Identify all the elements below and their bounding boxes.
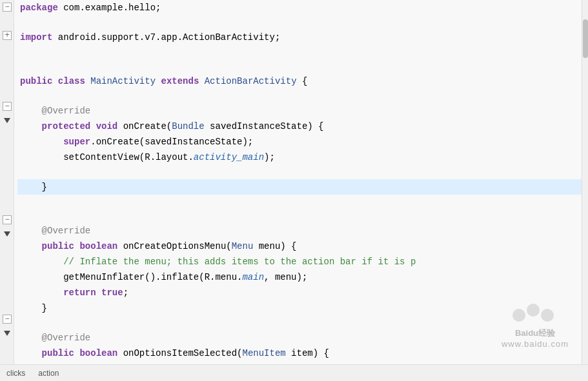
token-normal-text	[199, 76, 204, 86]
token-kw-keyword: void	[96, 121, 118, 132]
gutter-cell	[0, 241, 14, 255]
gutter-cell: −	[0, 0, 14, 14]
scrollbar[interactable]	[582, 0, 588, 364]
token-string-link: main	[242, 272, 264, 282]
token-kw-boolean: boolean	[79, 241, 117, 251]
code-line: // Inflate the menu; this adds items to …	[17, 254, 582, 269]
token-class-name: Bundle	[172, 121, 204, 132]
gutter-cell	[0, 326, 14, 340]
token-normal-text: menu) {	[253, 241, 296, 251]
token-normal-text: android.support.v7.app.ActionBarActivity…	[52, 32, 280, 43]
code-line: @Override	[17, 223, 582, 239]
token-normal-text: savedInstanceState) {	[205, 121, 324, 132]
code-line	[17, 89, 582, 103]
arrow-down-icon	[4, 331, 10, 336]
line-content	[17, 89, 582, 90]
token-kw-public-decl: public	[42, 241, 74, 251]
gutter-cell: −	[0, 99, 14, 113]
gutter-cell: +	[0, 28, 14, 43]
gutter-cell	[0, 113, 14, 128]
gutter-cell	[0, 227, 14, 241]
token-normal-text: onCreate(	[117, 121, 172, 132]
line-content	[17, 59, 582, 61]
token-kw-import: import	[20, 32, 52, 43]
gutter-cell	[0, 255, 14, 269]
line-content: public boolean onOptionsItemSelected(Men…	[17, 346, 582, 361]
token-normal-text: setContentView(R.layout.	[63, 152, 194, 162]
token-normal-text	[96, 288, 101, 298]
fold-minus-icon[interactable]: −	[3, 102, 12, 111]
code-line: }	[17, 300, 582, 316]
token-normal-text: }	[42, 303, 47, 313]
code-line	[17, 209, 582, 223]
gutter-cell	[0, 142, 14, 156]
gutter-cell	[0, 43, 14, 57]
line-content: @Override	[17, 103, 582, 119]
gutter-cell	[0, 170, 14, 184]
token-normal-text: item) {	[286, 348, 329, 358]
arrow-down-icon	[4, 231, 10, 237]
token-normal-text: onCreateOptionsMenu(	[117, 241, 231, 251]
gutter-cell: −	[0, 312, 14, 326]
status-bar: clicks action	[0, 364, 588, 381]
token-normal-text	[85, 76, 90, 86]
fold-plus-icon[interactable]: +	[3, 31, 12, 40]
gutter-cell	[0, 340, 14, 355]
code-line	[17, 195, 582, 209]
code-editor: −+−−− package com.example.hello;import a…	[0, 0, 588, 381]
gutter-cell	[0, 184, 14, 199]
token-normal-text: getMenuInflater().inflate(R.menu.	[63, 272, 242, 282]
fold-minus-icon[interactable]: −	[3, 215, 12, 224]
status-clicks: clicks	[6, 369, 25, 378]
token-normal-text: .onCreate(savedInstanceState);	[90, 137, 253, 147]
arrow-down-icon	[4, 118, 10, 123]
gutter-cell	[0, 128, 14, 142]
code-line: getMenuInflater().inflate(R.menu.main, m…	[17, 269, 582, 285]
line-content: getMenuInflater().inflate(R.menu.main, m…	[17, 269, 582, 285]
code-line: protected void onCreate(Bundle savedInst…	[17, 119, 582, 134]
token-class-name: MenuItem	[242, 348, 285, 358]
fold-minus-icon[interactable]: −	[3, 3, 12, 12]
token-class-name: ActionBarActivity	[205, 76, 297, 86]
code-line: public boolean onCreateOptionsMenu(Menu …	[17, 239, 582, 254]
line-content: super.onCreate(savedInstanceState);	[17, 134, 582, 150]
gutter-cell	[0, 14, 14, 28]
token-kw-true: true	[101, 288, 123, 298]
token-normal-text: {	[297, 76, 308, 86]
scroll-thumb[interactable]	[583, 19, 588, 58]
code-line: package com.example.hello;	[17, 0, 582, 15]
line-content: }	[17, 300, 582, 316]
code-line	[17, 165, 582, 179]
gutter-cell	[0, 269, 14, 284]
line-content	[17, 209, 582, 210]
code-line: @Override	[17, 330, 582, 346]
token-kw-public-decl: public	[20, 76, 52, 86]
status-action: action	[38, 369, 59, 378]
code-line	[17, 45, 582, 59]
token-annotation: @Override	[42, 226, 91, 236]
token-annotation: @Override	[42, 106, 91, 116]
line-content: import android.support.v7.app.ActionBarA…	[17, 30, 582, 45]
gutter-cell	[0, 156, 14, 170]
token-normal-text: }	[42, 182, 47, 192]
line-content	[17, 165, 582, 166]
token-kw-package: package	[20, 3, 58, 13]
token-normal-text	[90, 121, 96, 132]
code-line	[17, 316, 582, 330]
line-content: }	[17, 179, 582, 195]
token-normal-text: , menu);	[264, 272, 307, 282]
line-content: public boolean onCreateOptionsMenu(Menu …	[17, 239, 582, 254]
code-line: public boolean onOptionsItemSelected(Men…	[17, 346, 582, 361]
line-content: return true;	[17, 285, 582, 300]
gutter-cell	[0, 85, 14, 99]
code-line	[17, 15, 582, 30]
token-normal-text: ;	[123, 288, 128, 298]
token-kw-extends: extends	[161, 76, 199, 86]
line-content: public class MainActivity extends Action…	[17, 73, 582, 89]
token-class-name: MainActivity	[90, 76, 156, 86]
gutter-cell	[0, 284, 14, 298]
token-kw-keyword: class	[58, 76, 85, 86]
code-line: super.onCreate(savedInstanceState);	[17, 134, 582, 150]
fold-minus-icon[interactable]: −	[3, 315, 12, 324]
editor-body: −+−−− package com.example.hello;import a…	[0, 0, 588, 364]
